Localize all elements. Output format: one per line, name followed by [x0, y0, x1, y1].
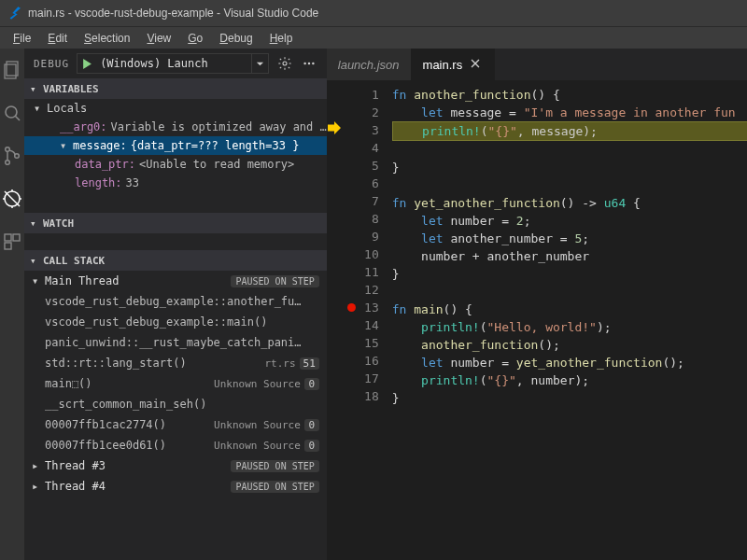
variables-tree: ▾ Locals __arg0: Variable is optimized a…	[24, 99, 327, 192]
chevron-right-icon: ▸	[32, 480, 41, 493]
menu-edit[interactable]: Edit	[40, 30, 75, 47]
menu-selection[interactable]: Selection	[77, 30, 137, 47]
extensions-icon[interactable]	[0, 230, 24, 254]
close-icon[interactable]	[470, 58, 483, 71]
svg-point-16	[283, 62, 287, 65]
chevron-down-icon: ▾	[32, 274, 41, 287]
editor: launch.json main.rs 12345678910111213141…	[327, 49, 747, 560]
stack-frame[interactable]: panic_unwind::__rust_maybe_catch_pani…	[24, 332, 327, 353]
gear-icon[interactable]	[276, 56, 293, 71]
stack-frame[interactable]: vscode_rust_debug_example::main()	[24, 312, 327, 332]
svg-point-4	[6, 147, 10, 152]
chevron-down-icon: ▾	[30, 255, 39, 267]
stack-frame[interactable]: vscode_rust_debug_example::another_fu…	[24, 291, 327, 312]
debug-config-name: (Windows) Launch	[96, 57, 251, 70]
current-line-arrow-icon	[328, 121, 341, 134]
chevron-down-icon[interactable]	[251, 54, 268, 73]
thread-4[interactable]: ▸ Thread #4 PAUSED ON STEP	[24, 476, 327, 497]
vscode-logo-icon	[7, 6, 22, 21]
variable-length[interactable]: length: 33	[24, 174, 327, 192]
watch-header[interactable]: ▾ WATCH	[24, 213, 327, 233]
svg-line-3	[16, 117, 21, 121]
stack-frame[interactable]: std::rt::lang_start()rt.rs51	[24, 353, 327, 373]
paused-badge: PAUSED ON STEP	[231, 275, 318, 287]
activity-bar	[0, 49, 24, 560]
breakpoint-icon[interactable]	[347, 303, 356, 312]
variable-arg0[interactable]: __arg0: Variable is optimized away and …	[24, 118, 327, 136]
more-icon[interactable]	[301, 57, 317, 70]
menu-file[interactable]: File	[6, 30, 38, 47]
window-title: main.rs - vscode-rust-debug-example - Vi…	[28, 7, 318, 20]
play-icon[interactable]	[78, 59, 96, 69]
svg-point-17	[303, 63, 305, 64]
svg-point-2	[6, 106, 17, 118]
stack-frame[interactable]: main⬚()Unknown Source0	[24, 373, 327, 394]
stack-frame[interactable]: 00007ffb1cac2774()Unknown Source0	[24, 414, 327, 435]
debug-icon[interactable]	[0, 187, 24, 211]
variable-data-ptr[interactable]: data_ptr: <Unable to read memory>	[24, 155, 327, 174]
explorer-icon[interactable]	[0, 58, 24, 82]
callstack-header[interactable]: ▾ CALL STACK	[24, 250, 327, 271]
chevron-down-icon: ▾	[60, 139, 69, 152]
stack-frame[interactable]: 00007ffb1cee0d61()Unknown Source0	[24, 435, 327, 455]
chevron-down-icon: ▾	[34, 102, 43, 115]
titlebar: main.rs - vscode-rust-debug-example - Vi…	[0, 0, 747, 26]
debug-header: DEBUG (Windows) Launch	[24, 49, 327, 78]
thread-main[interactable]: ▾ Main Thread PAUSED ON STEP	[24, 271, 327, 291]
scm-icon[interactable]	[0, 144, 24, 168]
locals-node[interactable]: ▾ Locals	[24, 99, 327, 118]
svg-rect-15	[5, 243, 11, 249]
tab-main-rs[interactable]: main.rs	[412, 49, 496, 80]
variables-header[interactable]: ▾ VARIABLES	[24, 78, 327, 99]
svg-point-5	[6, 161, 10, 165]
debug-panel-title: DEBUG	[34, 58, 69, 70]
debug-sidebar: DEBUG (Windows) Launch ▾ VARIABLES ▾ Loc…	[24, 49, 327, 560]
svg-rect-14	[13, 234, 20, 241]
chevron-down-icon: ▾	[30, 83, 39, 95]
debug-config-select[interactable]: (Windows) Launch	[77, 53, 269, 74]
menu-go[interactable]: Go	[180, 30, 210, 47]
line-gutter: 123456789101112131415161718	[342, 80, 392, 560]
svg-point-19	[312, 63, 314, 64]
variable-message[interactable]: ▾ message: {data_ptr=??? length=33 }	[24, 136, 327, 155]
svg-point-18	[308, 63, 310, 64]
menu-debug[interactable]: Debug	[212, 30, 260, 47]
svg-rect-13	[5, 234, 11, 241]
paused-badge: PAUSED ON STEP	[231, 460, 318, 472]
editor-tabs: launch.json main.rs	[327, 49, 747, 80]
menu-help[interactable]: Help	[262, 30, 301, 47]
chevron-right-icon: ▸	[32, 459, 41, 472]
tab-launch-json[interactable]: launch.json	[327, 49, 412, 80]
thread-3[interactable]: ▸ Thread #3 PAUSED ON STEP	[24, 455, 327, 476]
code-lines[interactable]: fn another_function() { let message = "I…	[392, 80, 747, 560]
code-area[interactable]: 123456789101112131415161718 fn another_f…	[327, 80, 747, 560]
menubar[interactable]: File Edit Selection View Go Debug Help	[0, 26, 747, 49]
menu-view[interactable]: View	[139, 30, 178, 47]
paused-badge: PAUSED ON STEP	[231, 481, 318, 493]
chevron-down-icon: ▾	[30, 217, 39, 230]
search-icon[interactable]	[0, 101, 24, 125]
stack-frame[interactable]: __scrt_common_main_seh()	[24, 394, 327, 414]
